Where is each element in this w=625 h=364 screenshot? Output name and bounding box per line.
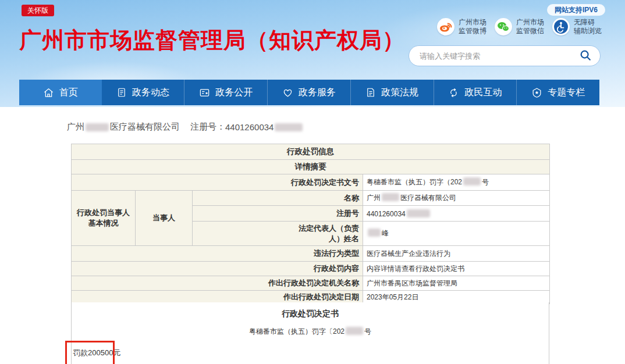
care-version-badge[interactable]: 关怀版: [22, 5, 54, 16]
search-bar: [409, 45, 601, 66]
company-name-prefix: 广州: [67, 122, 84, 133]
accessibility-icon: [552, 18, 570, 35]
penalty-info-table: 行政处罚信息 详情摘要 行政处罚决定书文号 粤穗番市监（执五）罚字（202号 行…: [71, 144, 550, 304]
doc-no-value: 粤穗番市监（执五）罚字（202号: [363, 174, 550, 191]
redacted-text: [86, 123, 109, 131]
weibo-link[interactable]: 广州市场 监管微博: [437, 18, 486, 35]
redacted-text: [463, 177, 481, 185]
nav-label: 政务公开: [215, 87, 253, 99]
wechat-icon: [495, 18, 512, 35]
table-title: 行政处罚信息: [72, 144, 550, 160]
search-icon: [579, 49, 592, 63]
interaction-arrows-icon: [448, 87, 459, 98]
wechat-link[interactable]: 广州市场 监管微信: [495, 18, 544, 35]
nav-label: 专题专栏: [548, 87, 585, 99]
authority-label: 作出行政处罚决定机关名称: [72, 276, 363, 291]
page: 关怀版 网站支持IPV6 广州市市场监督管理局（知识产权局） 广州市场 监管微博: [0, 0, 625, 364]
heart-icon: [282, 87, 293, 98]
weibo-icon: [437, 18, 454, 35]
reg-value: 4401260034: [363, 206, 550, 222]
nav-label: 政策法规: [381, 87, 418, 99]
penalty-content-label: 行政处罚内容: [72, 262, 363, 276]
nav-label: 政务动态: [132, 87, 169, 99]
legal-rep-value: 峰: [363, 222, 550, 246]
fine-amount-text: 罚款200500元: [73, 348, 120, 358]
redacted-text: [382, 193, 399, 201]
table-subtitle: 详情摘要: [72, 160, 550, 174]
social-links: 广州市场 监管微博 广州市场 监管微信: [437, 18, 602, 35]
ipv6-support-badge: 网站支持IPV6: [547, 4, 605, 16]
nav-item-gov-services[interactable]: 政务服务: [267, 80, 350, 105]
search-button[interactable]: [579, 49, 592, 63]
violation-type-value: 医疗器械生产企业违法行为: [363, 246, 550, 262]
redacted-text: [275, 123, 303, 131]
legal-rep-label: 法定代表人（负责人）姓名: [193, 222, 363, 246]
card-star-icon: [199, 87, 210, 98]
nav-item-gov-news[interactable]: 政务动态: [102, 80, 184, 105]
name-label: 名称: [193, 191, 363, 206]
company-name-suffix: 医疗器械有限公司: [110, 122, 180, 133]
document-icon: [365, 87, 376, 98]
company-summary-line: 广州医疗器械有限公司 注册号：4401260034: [67, 122, 304, 133]
reg-no-value: 4401260034: [225, 122, 274, 132]
weibo-label: 广州市场 监管微博: [459, 18, 486, 35]
reg-label: 注册号: [193, 206, 363, 222]
search-input[interactable]: [420, 52, 579, 60]
penalty-content-value: 内容详情请查看行政处罚决定书: [363, 262, 550, 276]
doc-no-label: 行政处罚决定书文号: [72, 174, 363, 191]
nav-label: 政务服务: [299, 87, 336, 99]
home-icon: [43, 87, 54, 98]
nav-item-home[interactable]: 首页: [19, 80, 102, 105]
redacted-text: [346, 327, 363, 335]
party-label: 当事人: [136, 191, 193, 246]
nav-label: 首页: [59, 87, 78, 99]
decision-document-section: 行政处罚决定书 粤穗番市监（执五）罚字〔202号 罚款200500元: [71, 302, 549, 364]
redacted-text: [407, 209, 430, 217]
nav-item-gov-disclosure[interactable]: 政务公开: [184, 80, 267, 105]
badge-star-icon: [531, 87, 542, 98]
redacted-text: [368, 229, 381, 237]
accessibility-label: 无障碍 辅助浏览: [574, 18, 602, 35]
reg-no-label: 注册号：: [190, 122, 225, 133]
nav-label: 政民互动: [464, 87, 502, 99]
name-value: 广州医疗器械有限公司: [363, 191, 550, 206]
accessibility-link[interactable]: 无障碍 辅助浏览: [552, 18, 602, 35]
party-section-label: 行政处罚当事人基本情况: [72, 191, 136, 246]
site-title: 广州市市场监督管理局（知识产权局）: [19, 26, 405, 55]
decision-document-title: 行政处罚决定书: [72, 309, 549, 319]
nav-item-policies[interactable]: 政策法规: [350, 80, 434, 105]
nav-item-interaction[interactable]: 政民互动: [434, 80, 517, 105]
main-nav: 首页 政务动态 政务公开: [19, 80, 599, 105]
wechat-label: 广州市场 监管微信: [516, 18, 544, 35]
authority-value: 广州市番禺区市场监督管理局: [363, 276, 550, 291]
nav-item-special-topics[interactable]: 专题专栏: [516, 80, 599, 105]
decision-document-number: 粤穗番市监（执五）罚字〔202号: [72, 327, 549, 337]
document-lines-icon: [116, 87, 127, 98]
violation-type-label: 违法行为类型: [72, 246, 363, 262]
